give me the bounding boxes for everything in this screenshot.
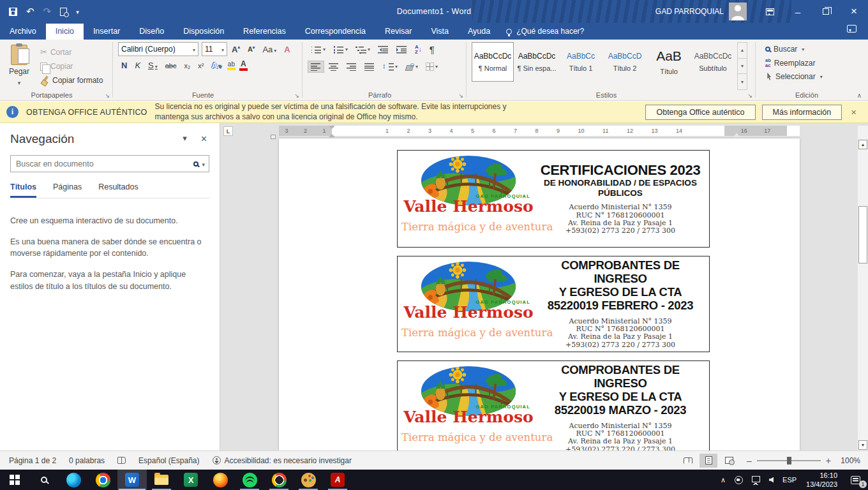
replace-button[interactable]: Reemplazar — [762, 57, 858, 69]
taskbar-chrome[interactable] — [88, 470, 117, 490]
show-marks-button[interactable] — [426, 42, 438, 57]
document-search-box[interactable] — [10, 155, 209, 172]
style-heading1[interactable]: AaBbCc Título 1 — [560, 42, 602, 82]
restore-button[interactable] — [812, 0, 840, 23]
bold-button[interactable]: N — [118, 60, 130, 71]
clipboard-dialog-launcher[interactable] — [105, 93, 110, 99]
italic-button[interactable]: K — [131, 60, 144, 71]
taskbar-edge[interactable] — [59, 470, 88, 490]
style-title[interactable]: AaB Título — [648, 42, 690, 82]
taskbar-search-button[interactable] — [29, 470, 59, 490]
multilevel-list-button[interactable] — [352, 43, 373, 56]
paste-button[interactable]: Pegar — [1, 42, 37, 90]
font-dialog-launcher[interactable] — [294, 93, 299, 99]
nav-pane-close-icon[interactable] — [201, 133, 207, 145]
font-color-button[interactable]: A — [238, 59, 249, 71]
styles-dialog-launcher[interactable] — [747, 93, 752, 99]
scroll-up-icon[interactable] — [858, 140, 867, 149]
paste-dropdown-icon[interactable] — [18, 78, 21, 87]
tab-ayuda[interactable]: Ayuda — [458, 24, 500, 40]
web-layout-button[interactable] — [720, 454, 738, 468]
sort-button[interactable] — [412, 43, 425, 56]
nav-tab-results[interactable]: Resultados — [98, 182, 138, 198]
warning-close-icon[interactable] — [848, 107, 862, 117]
nav-tab-titles[interactable]: Títulos — [10, 182, 36, 198]
tab-inicio[interactable]: Inicio — [46, 24, 84, 40]
more-info-button[interactable]: Más información — [762, 105, 842, 120]
paragraph-dialog-launcher[interactable] — [458, 93, 463, 99]
styles-gallery-scroll[interactable]: ▲▼▼ — [737, 42, 747, 90]
tab-archivo[interactable]: Archivo — [0, 24, 46, 40]
bullets-button[interactable] — [308, 43, 329, 56]
tab-correspondencia[interactable]: Correspondencia — [296, 24, 375, 40]
taskbar-firefox[interactable] — [206, 470, 235, 490]
tray-language[interactable]: ESP — [778, 470, 801, 490]
scroll-down-icon[interactable] — [858, 440, 867, 450]
align-center-button[interactable] — [326, 61, 342, 73]
tray-volume[interactable] — [765, 470, 778, 490]
feedback-button[interactable] — [835, 25, 868, 40]
horizontal-ruler[interactable]: 3 2 1 1 2 3 4 5 6 7 8 9 10 11 12 13 14 1… — [279, 126, 800, 136]
superscript-button[interactable]: x² — [195, 61, 207, 70]
save-icon[interactable] — [9, 8, 17, 16]
text-effects-button[interactable]: A — [208, 60, 224, 71]
style-no-spacing[interactable]: AaBbCcDc ¶ Sin espa... — [516, 42, 558, 82]
tab-disposicion[interactable]: Disposición — [174, 24, 234, 40]
find-button[interactable]: Buscar — [762, 43, 858, 55]
tell-me-box[interactable]: ¿Qué desea hacer? — [506, 27, 584, 40]
taskbar-file-explorer[interactable] — [147, 470, 176, 490]
taskbar-spotify[interactable] — [235, 470, 264, 490]
accessibility-checker[interactable]: Accesibilidad: es necesario investigar — [206, 456, 358, 465]
align-left-button[interactable] — [308, 61, 324, 73]
tray-meet-now[interactable] — [730, 470, 747, 490]
style-heading2[interactable]: AaBbCcD Título 2 — [604, 42, 646, 82]
ribbon-display-options-button[interactable] — [756, 0, 784, 23]
taskbar-paint[interactable] — [294, 470, 323, 490]
avatar[interactable] — [729, 3, 747, 20]
proofing-button[interactable] — [111, 457, 132, 464]
increase-indent-button[interactable] — [393, 43, 410, 56]
left-indent-box-marker[interactable] — [271, 135, 276, 139]
tray-show-hidden-icons[interactable] — [716, 470, 730, 490]
select-button[interactable]: Seleccionar — [762, 71, 858, 82]
word-count[interactable]: 0 palabras — [63, 456, 111, 465]
font-family-combo[interactable]: Calibri (Cuerpo) — [118, 42, 198, 56]
account-name[interactable]: GAD PARROQUIAL — [655, 7, 724, 16]
print-layout-button[interactable] — [700, 454, 717, 468]
subscript-button[interactable]: x₂ — [181, 61, 194, 70]
zoom-slider[interactable] — [757, 460, 821, 461]
align-right-button[interactable] — [343, 61, 360, 73]
numbering-button[interactable] — [330, 43, 351, 56]
highlight-color-button[interactable]: ab — [226, 61, 237, 71]
undo-icon[interactable] — [26, 6, 34, 17]
format-painter-button[interactable]: Copiar formato — [37, 75, 106, 86]
close-button[interactable] — [840, 0, 868, 23]
nav-tab-pages[interactable]: Páginas — [53, 182, 82, 198]
taskbar-chrome-profile[interactable] — [264, 470, 294, 490]
search-input[interactable] — [16, 160, 193, 168]
vertical-scrollbar[interactable] — [858, 126, 868, 450]
start-button[interactable] — [0, 470, 29, 490]
document-page[interactable]: Valle HermosoGAD PARROQUIAL Tierra mágic… — [279, 138, 800, 450]
tab-revisar[interactable]: Revisar — [375, 24, 421, 40]
get-office-button[interactable]: Obtenga Office auténtico — [645, 105, 755, 120]
zoom-level[interactable]: 100% — [836, 456, 860, 465]
style-subtitle[interactable]: AaBbCcDc Subtítulo — [692, 42, 734, 82]
print-preview-icon[interactable] — [60, 8, 67, 16]
taskbar-acrobat[interactable] — [323, 470, 352, 490]
zoom-out-button[interactable] — [747, 456, 752, 466]
minimize-button[interactable] — [784, 0, 812, 23]
customize-qat-icon[interactable] — [76, 7, 79, 16]
font-size-combo[interactable]: 11 — [202, 42, 227, 56]
tab-diseno[interactable]: Diseño — [130, 24, 174, 40]
tab-insertar[interactable]: Insertar — [84, 24, 130, 40]
shrink-font-button[interactable]: A — [244, 45, 258, 54]
tab-referencias[interactable]: Referencias — [234, 24, 296, 40]
grow-font-button[interactable]: A — [228, 44, 243, 55]
read-mode-button[interactable] — [679, 454, 697, 468]
tray-notifications[interactable]: 1 — [842, 470, 868, 490]
language-indicator[interactable]: Español (España) — [132, 456, 206, 465]
line-spacing-button[interactable] — [379, 61, 401, 73]
right-indent-marker[interactable] — [733, 130, 740, 137]
zoom-slider-thumb[interactable] — [787, 457, 791, 464]
